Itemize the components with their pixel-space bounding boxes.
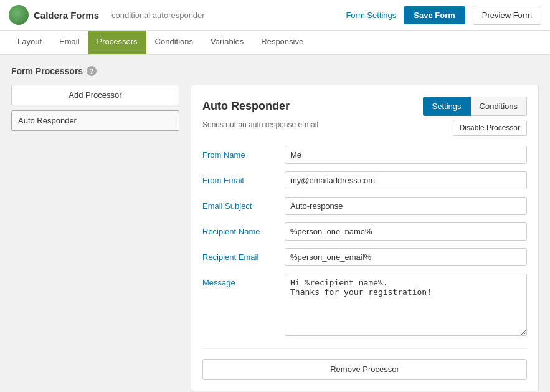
remove-row: Remove Processor: [202, 348, 527, 380]
tab-email[interactable]: Email: [50, 31, 88, 54]
main-layout: Add Processor Auto Responder Auto Respon…: [11, 85, 539, 391]
section-title: Form Processors ?: [11, 66, 539, 76]
panel-subtitle: Sends out an auto response e-mail: [202, 120, 453, 129]
tab-responsive[interactable]: Responsive: [252, 31, 312, 54]
sidebar: Add Processor Auto Responder: [11, 85, 179, 391]
nav-tabs: Layout Email Processors Conditions Varia…: [0, 31, 550, 55]
add-processor-button[interactable]: Add Processor: [11, 85, 179, 105]
panel-title: Auto Responder: [202, 100, 423, 113]
help-icon[interactable]: ?: [87, 66, 97, 76]
input-recipient-name[interactable]: [285, 222, 527, 241]
panel-tab-conditions[interactable]: Conditions: [471, 97, 527, 116]
save-form-button[interactable]: Save Form: [404, 6, 465, 24]
label-email-subject: Email Subject: [202, 197, 277, 211]
page-content: Form Processors ? Add Processor Auto Res…: [0, 55, 550, 392]
tab-conditions[interactable]: Conditions: [146, 31, 202, 54]
subtitle-row: Sends out an auto response e-mail Disabl…: [202, 120, 527, 136]
field-row-message: Message Hi %recipient_name%. Thanks for …: [202, 274, 527, 336]
label-recipient-email: Recipient Email: [202, 248, 277, 262]
field-row-from-name: From Name: [202, 146, 527, 164]
label-from-email: From Email: [202, 171, 277, 185]
input-message[interactable]: Hi %recipient_name%. Thanks for your reg…: [285, 274, 527, 336]
label-from-name: From Name: [202, 146, 277, 160]
field-row-email-subject: Email Subject: [202, 197, 527, 215]
field-row-from-email: From Email: [202, 171, 527, 189]
tab-variables[interactable]: Variables: [202, 31, 252, 54]
input-from-name[interactable]: [285, 146, 527, 164]
disable-processor-button[interactable]: Disable Processor: [453, 120, 527, 136]
label-message: Message: [202, 274, 277, 287]
tab-layout[interactable]: Layout: [9, 31, 50, 54]
field-row-recipient-name: Recipient Name: [202, 222, 527, 241]
tab-processors[interactable]: Processors: [88, 31, 146, 54]
panel-tabs: Settings Conditions: [423, 97, 527, 116]
label-recipient-name: Recipient Name: [202, 222, 277, 236]
remove-processor-button[interactable]: Remove Processor: [202, 359, 527, 380]
app-title: Caldera Forms: [34, 10, 99, 21]
input-email-subject[interactable]: [285, 197, 527, 215]
panel-header: Auto Responder Settings Conditions: [202, 97, 527, 116]
panel-tab-settings[interactable]: Settings: [423, 97, 471, 116]
input-from-email[interactable]: [285, 171, 527, 189]
field-row-recipient-email: Recipient Email: [202, 248, 527, 266]
form-name: conditional autoresponder: [111, 11, 205, 20]
processor-item[interactable]: Auto Responder: [11, 110, 179, 131]
logo-area: Caldera Forms: [9, 5, 99, 25]
right-panel: Auto Responder Settings Conditions Sends…: [191, 85, 539, 391]
preview-form-button[interactable]: Preview Form: [473, 6, 541, 25]
section-title-text: Form Processors: [11, 66, 83, 76]
input-recipient-email[interactable]: [285, 248, 527, 266]
form-fields: From Name From Email Email Subject Recip…: [202, 146, 527, 336]
form-settings-link[interactable]: Form Settings: [346, 11, 396, 20]
topbar: Caldera Forms conditional autoresponder …: [0, 0, 550, 31]
app-logo-icon: [9, 5, 29, 25]
